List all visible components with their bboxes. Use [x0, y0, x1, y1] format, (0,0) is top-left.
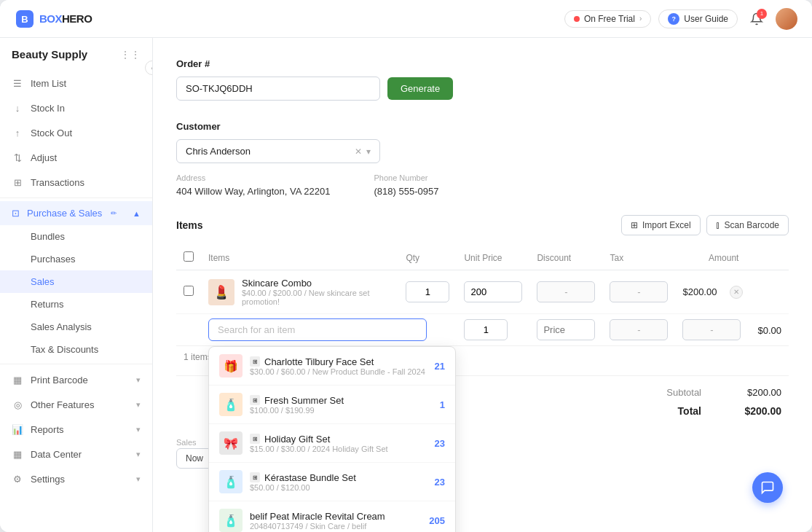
- discount-input[interactable]: [537, 281, 595, 302]
- dropdown-thumbnail: 🧴: [219, 509, 243, 532]
- sidebar-item-transactions[interactable]: ⊞ Transactions: [0, 170, 152, 195]
- sales-date-select[interactable]: Now: [176, 448, 213, 469]
- generate-button[interactable]: Generate: [387, 77, 453, 100]
- sidebar-item-label: Stock In: [31, 103, 65, 114]
- trial-label: On Free Trial: [584, 14, 635, 24]
- item-search-dropdown: 🎁 ⊞ Charlotte Tilbury Face Set $30.00 / …: [208, 346, 456, 532]
- qty-input[interactable]: [406, 281, 449, 302]
- chevron-down-icon: ▾: [136, 474, 141, 484]
- bundle-icon: ⊞: [250, 472, 260, 482]
- main-content: Order # Generate Customer Chris Anderson…: [153, 38, 812, 532]
- dropdown-info: ⊞ Kérastase Bundle Set $50.00 / $120.00: [250, 472, 427, 492]
- address-value: 404 Willow Way, Arlington, VA 22201: [176, 186, 330, 197]
- sidebar-item-other-features[interactable]: ◎ Other Features ▾: [0, 392, 152, 417]
- dropdown-thumbnail: 🎁: [219, 354, 243, 378]
- item-search-wrapper: 🎁 ⊞ Charlotte Tilbury Face Set $30.00 / …: [208, 318, 427, 341]
- amount-value: $200.00: [682, 286, 722, 297]
- sidebar-item-label: Item List: [31, 78, 66, 89]
- guide-button[interactable]: ? User Guide: [658, 9, 738, 28]
- sidebar-nav: ☰ Item List ↓ Stock In ↑ Stock Out ⇅ Adj…: [0, 68, 152, 494]
- dropdown-item[interactable]: 🧴 belif Peat Miracle Revital Cream 20484…: [209, 501, 455, 532]
- customer-select-wrapper: Chris Anderson ✕ ▾: [176, 139, 380, 163]
- sidebar-item-print-barcode[interactable]: ▦ Print Barcode ▾: [0, 367, 152, 392]
- print-barcode-icon: ▦: [12, 374, 23, 386]
- guide-icon: ?: [668, 13, 679, 25]
- items-table-head: Items Qty Unit Price Discount Tax Amount: [176, 246, 789, 270]
- customer-select[interactable]: Chris Anderson ✕ ▾: [176, 139, 380, 163]
- sidebar-item-sales-analysis[interactable]: Sales Analysis: [0, 316, 152, 338]
- dropdown-item-name: ⊞ Kérastase Bundle Set: [250, 472, 427, 483]
- customer-dropdown-icon[interactable]: ▾: [366, 146, 371, 157]
- sidebar-item-label: Transactions: [31, 177, 84, 188]
- dropdown-info: ⊞ Holiday Gift Set $15.00 / $30.00 / 202…: [250, 434, 427, 453]
- sidebar-title: Beauty Supply: [12, 48, 87, 60]
- dropdown-item[interactable]: 🧴 ⊞ Kérastase Bundle Set $50.00 / $120.0…: [209, 463, 455, 501]
- clear-customer-icon[interactable]: ✕: [355, 146, 362, 157]
- sidebar-item-item-list[interactable]: ☰ Item List: [0, 71, 152, 95]
- search-tax-input[interactable]: [682, 319, 741, 340]
- address-label: Address: [176, 173, 330, 182]
- sidebar-item-returns[interactable]: Returns: [0, 293, 152, 316]
- search-price-input[interactable]: [537, 319, 595, 340]
- sidebar-item-settings[interactable]: ⚙ Settings ▾: [0, 466, 152, 491]
- customer-section-label: Customer: [176, 121, 789, 132]
- trial-button[interactable]: On Free Trial ›: [564, 10, 651, 28]
- sidebar-item-stock-in[interactable]: ↓ Stock In: [0, 95, 152, 120]
- sidebar-item-purchase-sales[interactable]: ⊡ Purchase & Sales ✏ ▲: [0, 201, 152, 225]
- customer-select-icons: ✕ ▾: [355, 146, 371, 157]
- sidebar-menu-toggle[interactable]: ⋮⋮: [120, 49, 141, 60]
- item-name: Skincare Combo: [242, 278, 391, 289]
- subtotal-value: $200.00: [723, 387, 781, 398]
- items-title: Items: [176, 219, 203, 231]
- sidebar-item-bundles[interactable]: Bundles: [0, 225, 152, 248]
- col-amount: Amount: [675, 246, 750, 270]
- boxhero-logo-icon: B: [15, 9, 35, 29]
- sidebar-item-reports[interactable]: 📊 Reports ▾: [0, 417, 152, 442]
- dropdown-thumbnail: 🎀: [219, 431, 243, 455]
- adjust-icon: ⇅: [12, 152, 23, 163]
- scan-barcode-button[interactable]: ⫿ Scan Barcode: [706, 215, 789, 235]
- select-all-checkbox[interactable]: [184, 251, 194, 262]
- dropdown-item[interactable]: 🎁 ⊞ Charlotte Tilbury Face Set $30.00 / …: [209, 347, 455, 386]
- search-qty-input[interactable]: [464, 319, 508, 340]
- chat-button[interactable]: [752, 472, 783, 503]
- row-checkbox[interactable]: [184, 286, 194, 296]
- chat-icon: [760, 480, 775, 495]
- order-number-input[interactable]: [176, 77, 380, 101]
- sidebar-item-tax-discounts[interactable]: Tax & Discounts: [0, 338, 152, 361]
- dropdown-info: ⊞ Fresh Summer Set $100.00 / $190.99: [250, 395, 433, 415]
- col-unit-price: Unit Price: [457, 246, 529, 270]
- search-discount-input[interactable]: [610, 319, 668, 340]
- sidebar-item-sales[interactable]: Sales: [0, 270, 152, 293]
- sidebar-item-purchases[interactable]: Purchases: [0, 248, 152, 270]
- item-search-input[interactable]: [208, 318, 427, 341]
- unit-price-input[interactable]: [464, 281, 522, 302]
- sidebar-item-label: Purchase & Sales: [27, 208, 102, 219]
- import-excel-button[interactable]: ⊞ Import Excel: [621, 215, 701, 235]
- dropdown-item[interactable]: 🎀 ⊞ Holiday Gift Set $15.00 / $30.00 / 2…: [209, 424, 455, 463]
- notification-button[interactable]: 1: [745, 7, 768, 31]
- avatar[interactable]: [776, 8, 797, 30]
- dropdown-item-name: ⊞ Holiday Gift Set: [250, 434, 427, 445]
- sidebar-item-data-center[interactable]: ▦ Data Center ▾: [0, 442, 152, 466]
- stock-in-icon: ↓: [12, 102, 23, 114]
- col-discount: Discount: [529, 246, 602, 270]
- guide-label: User Guide: [684, 14, 728, 24]
- search-amount: $0.00: [757, 325, 781, 336]
- col-qty: Qty: [398, 246, 457, 270]
- dropdown-info: ⊞ Charlotte Tilbury Face Set $30.00 / $6…: [250, 356, 427, 376]
- dropdown-item[interactable]: 🧴 ⊞ Fresh Summer Set $100.00 / $190.99: [209, 386, 455, 424]
- notif-badge: 1: [757, 9, 767, 19]
- chevron-down-icon: ▾: [136, 450, 141, 459]
- sub-nav-purchase-sales: Bundles Purchases Sales Returns Sales An…: [0, 225, 152, 361]
- bundle-icon: ⊞: [250, 395, 260, 405]
- data-center-icon: ▦: [12, 448, 23, 460]
- sales-date-block: Sales Now: [176, 438, 213, 469]
- chevron-down-icon: ▾: [136, 425, 141, 434]
- remove-item-button[interactable]: ✕: [730, 286, 743, 299]
- bundle-icon: ⊞: [250, 434, 260, 444]
- dropdown-info: belif Peat Miracle Revital Cream 2048407…: [250, 511, 422, 531]
- sidebar-item-adjust[interactable]: ⇅ Adjust: [0, 145, 152, 170]
- tax-input[interactable]: [610, 281, 668, 302]
- sidebar-item-stock-out[interactable]: ↑ Stock Out: [0, 120, 152, 145]
